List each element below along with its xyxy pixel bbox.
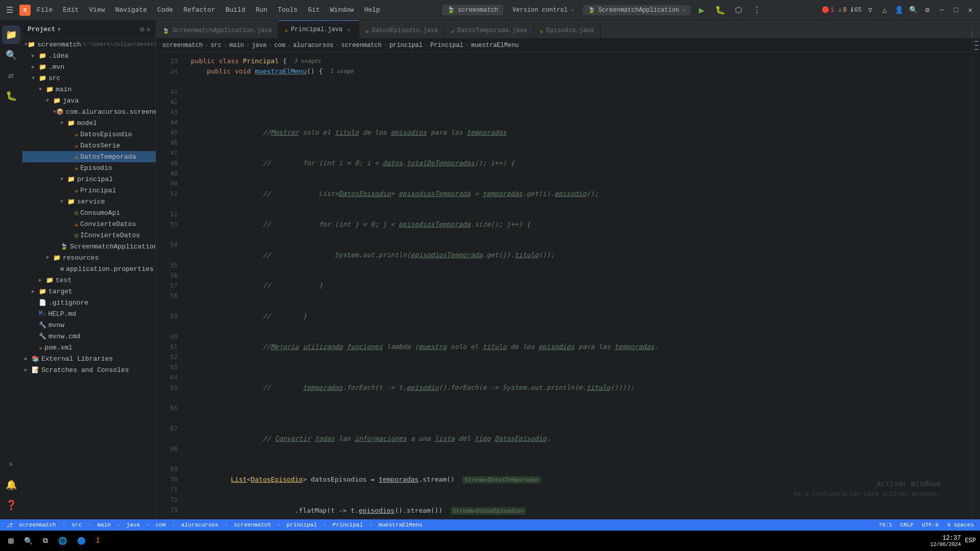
menu-window[interactable]: Window [326,4,358,16]
menu-file[interactable]: File [33,4,57,16]
search-icon[interactable]: 🔍 [908,5,919,16]
status-aluracursos[interactable]: aluracursos [181,522,218,528]
bc-src[interactable]: src [210,42,222,49]
run-button[interactable]: ▶ [695,3,709,17]
tabs-more-button[interactable]: ⋮ [968,28,976,38]
bc-method[interactable]: muestraElMenu [471,42,519,49]
bc-aluracursos[interactable]: aluracursos [293,42,333,49]
menu-build[interactable]: Build [222,4,250,16]
status-line-col[interactable]: 76:1 [878,522,892,528]
tree-item-episodio[interactable]: ☕ Episodio [22,162,156,173]
error-indicator[interactable]: 🔴 1 ⚠ 8 ℹ 65 [822,6,862,14]
menu-code[interactable]: Code [153,4,177,16]
bc-screenmatch2[interactable]: screenmatch [341,42,382,49]
status-principal-pkg[interactable]: principal [287,522,317,528]
sidebar-icon-problems[interactable]: ⚡ [2,455,20,473]
bc-java[interactable]: java [252,42,266,49]
tree-item-resources[interactable]: ▼ 📁 resources [22,252,156,263]
close-button[interactable]: ✕ [965,5,976,16]
tree-item-test[interactable]: ▶ 📁 test [22,274,156,286]
status-indent[interactable]: 4 spaces [947,522,974,528]
settings-icon[interactable]: ⚙ [922,5,933,16]
status-method[interactable]: muestraElMenu [379,522,423,528]
tree-item-help[interactable]: M↓ HELP.md [22,308,156,319]
taskbar-language[interactable]: ESP [965,537,976,544]
sidebar-icon-project[interactable]: 📁 [2,26,20,44]
status-principal-class[interactable]: Principal [333,522,363,528]
windows-start[interactable]: ⊞ [4,533,18,548]
taskbar-edge[interactable]: 🌐 [54,535,71,547]
sidebar-icon-help[interactable]: ❓ [2,496,20,514]
tree-item-principal-class[interactable]: ☕ Principal [22,185,156,196]
bc-principal-pkg[interactable]: principal [389,42,423,49]
project-selector[interactable]: 🍃 screenmatch [442,5,503,15]
expand-icon[interactable]: △ [879,5,890,16]
tree-item-model[interactable]: ▼ 📁 model [22,117,156,129]
tree-item-idea[interactable]: ▶ 📁 .idea [22,50,156,61]
collapse-icon[interactable]: ▽ [865,5,876,16]
tab-datos-episodio[interactable]: ☕ DatosEpisodio.java [359,23,445,38]
tree-item-datos-episodio[interactable]: ☕ DatosEpisodio [22,129,156,140]
tree-item-consumo-api[interactable]: ◎ ConsumoApi [22,207,156,218]
tree-item-pom[interactable]: ☕ pom.xml [22,342,156,353]
bc-main[interactable]: main [229,42,244,49]
tree-item-convierte-datos[interactable]: ☕ ConvierteDatos [22,218,156,230]
hamburger-icon[interactable]: ☰ [4,3,15,17]
tree-item-datos-temporada[interactable]: ☕ DatosTemporada [22,151,156,162]
status-java[interactable]: java [127,522,140,528]
tree-item-app-properties[interactable]: ⚙ application.properties [22,263,156,274]
tab-close-principal[interactable]: ✕ [346,26,353,33]
status-com[interactable]: com [156,522,166,528]
coverage-button[interactable]: ⬡ [731,3,746,17]
tree-item-external-libraries[interactable]: ▶ 📚 External Libraries [22,353,156,364]
bc-screenmatch[interactable]: screenmatch [162,42,203,49]
run-config-selector[interactable]: 🍃 ScreenmatchApplication ▾ [583,5,690,15]
minimize-button[interactable]: ─ [936,5,947,16]
debug-button[interactable]: 🐛 [713,3,727,17]
status-screenmatch[interactable]: screenmatch [234,522,271,528]
sidebar-icon-notifications[interactable]: 🔔 [2,475,20,494]
tab-principal[interactable]: ☕ Principal.java ✕ [278,20,359,38]
status-src[interactable]: src [71,522,82,528]
tree-item-principal-folder[interactable]: ▼ 📁 principal [22,173,156,185]
panel-close-icon[interactable]: ✕ [146,25,151,34]
code-content[interactable]: public class Principal { 3 usages public… [183,52,972,519]
tree-item-iconvierte-datos[interactable]: ◎ IConvierteDatos [22,230,156,241]
tab-datos-temporada[interactable]: ☕ DatosTemporada.java [445,23,533,38]
tree-item-screenmatch-app[interactable]: 🍃 ScreenmatchApplication [22,241,156,252]
status-branch[interactable]: screenmatch [19,522,56,528]
taskbar-intellij[interactable]: I [92,535,104,547]
tree-item-service[interactable]: ▼ 📁 service [22,196,156,207]
profile-icon[interactable]: 👤 [893,5,904,16]
status-encoding[interactable]: UTF-8 [922,522,939,528]
panel-gear-icon[interactable]: ⚙ [140,25,144,34]
menu-tools[interactable]: Tools [274,4,302,16]
menu-git[interactable]: Git [304,4,324,16]
sidebar-icon-git[interactable]: ⇄ [2,66,20,85]
more-run-options[interactable]: ⋮ [750,3,764,17]
menu-edit[interactable]: Edit [59,4,83,16]
code-editor[interactable]: 23 24 41 42 43 44 45 46 47 48 49 50 51 5… [156,52,980,519]
status-main[interactable]: main [97,522,111,528]
tree-item-java[interactable]: ▼ 📁 java [22,95,156,106]
sidebar-icon-find[interactable]: 🔍 [2,46,20,64]
tree-item-src[interactable]: ▼ 📁 src [22,72,156,84]
tree-item-gitignore[interactable]: 📄 .gitignore [22,297,156,308]
taskbar-chrome[interactable]: 🔵 [73,535,90,547]
tab-screenmatch-application[interactable]: 🍃 ScreenmatchApplication.java [156,23,278,38]
tree-item-screenmatch[interactable]: ▼ 📁 screenmatch C:\Users\Julian\Desktop\ [22,39,156,50]
tree-item-mvnw-cmd[interactable]: 🔧 mvnw.cmd [22,331,156,342]
menu-run[interactable]: Run [252,4,272,16]
menu-navigate[interactable]: Navigate [111,4,151,16]
tree-item-scratches-consoles[interactable]: ▶ 📝 Scratches and Consoles [22,364,156,375]
sidebar-icon-run-debug[interactable]: 🐛 [2,87,20,105]
tab-episodio[interactable]: ☕ Episodio.java [534,23,601,38]
maximize-button[interactable]: □ [950,5,962,16]
tree-item-main[interactable]: ▼ 📁 main [22,84,156,95]
tree-item-target[interactable]: ▶ 📁 target [22,286,156,297]
menu-refactor[interactable]: Refactor [179,4,219,16]
menu-help[interactable]: Help [360,4,384,16]
bc-com[interactable]: com [274,42,285,49]
taskbar-task-view[interactable]: ⧉ [39,535,52,547]
status-line-ending[interactable]: CRLF [900,522,914,528]
